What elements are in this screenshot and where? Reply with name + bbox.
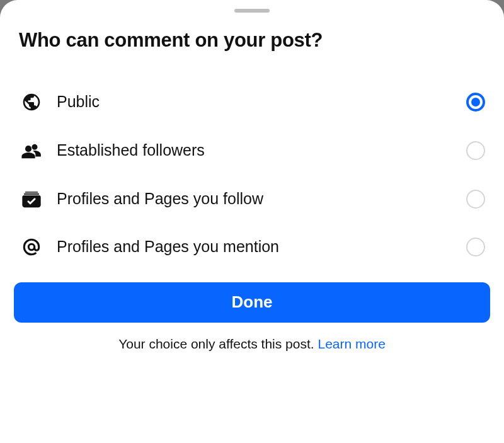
option-label: Established followers xyxy=(57,141,454,159)
globe-icon xyxy=(19,92,44,112)
radio-established-followers[interactable] xyxy=(466,141,485,160)
option-label: Public xyxy=(57,93,454,111)
learn-more-link[interactable]: Learn more xyxy=(318,337,385,351)
folder-check-icon xyxy=(19,189,44,209)
radio-profiles-pages-mention[interactable] xyxy=(466,238,485,256)
comment-settings-sheet: Who can comment on your post? Public Est… xyxy=(0,0,504,443)
footer-text: Your choice only affects this post. Lear… xyxy=(0,337,504,352)
svg-point-1 xyxy=(25,146,32,152)
at-icon xyxy=(19,237,44,257)
footer-note: Your choice only affects this post. xyxy=(118,337,318,351)
option-label: Profiles and Pages you mention xyxy=(57,238,454,256)
sheet-grabber[interactable] xyxy=(234,9,270,13)
svg-point-0 xyxy=(32,144,37,149)
radio-public[interactable] xyxy=(466,93,485,112)
option-established-followers[interactable]: Established followers xyxy=(19,126,485,175)
option-label: Profiles and Pages you follow xyxy=(57,190,454,208)
options-list: Public Established followers xyxy=(0,78,504,271)
option-profiles-pages-mention[interactable]: Profiles and Pages you mention xyxy=(19,223,485,271)
people-icon xyxy=(19,140,44,161)
radio-profiles-pages-follow[interactable] xyxy=(466,190,485,209)
sheet-title: Who can comment on your post? xyxy=(0,29,504,52)
option-public[interactable]: Public xyxy=(19,78,485,126)
option-profiles-pages-follow[interactable]: Profiles and Pages you follow xyxy=(19,175,485,223)
done-button[interactable]: Done xyxy=(14,282,490,323)
